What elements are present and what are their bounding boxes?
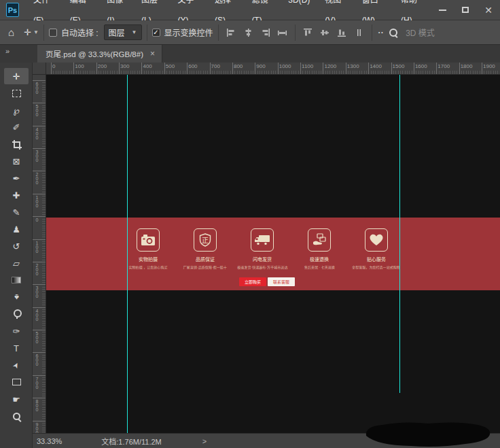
- 3d-mode-label[interactable]: 3D 模式: [406, 27, 435, 38]
- h-ruler-label: 300: [119, 63, 129, 69]
- rectangle-tool[interactable]: [4, 374, 29, 390]
- maximize-icon[interactable]: [454, 0, 477, 20]
- v-ruler-label: 100: [35, 239, 39, 253]
- h-ruler-label: 800: [232, 63, 243, 69]
- align-left-icon[interactable]: [226, 28, 236, 37]
- v-ruler-label: 500: [35, 330, 39, 343]
- v-ruler-label: 600: [35, 352, 39, 366]
- vertical-ruler[interactable]: 6005004003002001000100200300400500600700…: [33, 75, 46, 433]
- auto-select-target-dropdown[interactable]: 图层 ▼: [104, 24, 142, 40]
- brush-tool[interactable]: ✎: [4, 204, 29, 220]
- h-ruler-label: 600: [187, 63, 197, 69]
- h-ruler-label: 0: [51, 63, 55, 69]
- close-icon[interactable]: ✕: [477, 0, 500, 20]
- v-ruler-label: 200: [35, 262, 39, 275]
- search-icon[interactable]: [389, 29, 397, 37]
- crop-tool[interactable]: [4, 136, 29, 152]
- type-tool[interactable]: T: [4, 340, 29, 356]
- quick-selection-tool[interactable]: ✐: [4, 119, 29, 135]
- v-ruler-label: 900: [35, 421, 39, 433]
- history-brush-tool[interactable]: ↺: [4, 238, 29, 254]
- align-top-icon[interactable]: [303, 28, 313, 37]
- path-selection-tool[interactable]: ➤: [4, 357, 29, 373]
- clone-stamp-tool[interactable]: ♟: [4, 221, 29, 237]
- eraser-tool[interactable]: ▱: [4, 255, 29, 271]
- align-vertical-group: [303, 28, 364, 37]
- move-tool-icon: ✛: [24, 27, 31, 37]
- hand-tool[interactable]: ☛: [4, 391, 29, 407]
- h-ruler-label: 900: [255, 63, 265, 69]
- spot-healing-icon: ✚: [13, 190, 20, 201]
- align-right-icon[interactable]: [260, 28, 270, 37]
- v-ruler-label: 600: [35, 80, 39, 94]
- align-center-h-icon[interactable]: [243, 28, 253, 37]
- distribute-v-icon[interactable]: [354, 28, 364, 37]
- h-ruler-label: 1600: [414, 63, 427, 69]
- horizontal-ruler[interactable]: 0100200300400500600700800900100011001200…: [46, 63, 500, 75]
- h-ruler-label: 1700: [436, 63, 450, 69]
- eyedropper-tool[interactable]: ✒: [4, 170, 29, 186]
- banner-button-1[interactable]: 立即购买: [239, 277, 266, 286]
- banner-feature-title: 极速退换: [310, 256, 329, 262]
- v-ruler-label: 700: [35, 375, 39, 389]
- auto-select-target-value: 图层: [109, 27, 125, 38]
- zoom-tool[interactable]: [4, 408, 29, 424]
- eraser-icon: ▱: [13, 258, 20, 269]
- rectangular-marquee-tool[interactable]: [4, 85, 29, 101]
- dodge-tool[interactable]: [4, 306, 29, 322]
- menu-bar: Ps 文件(F)编辑(E)图像(I)图层(L)文字(Y)选择(S)滤镜(T)3D…: [0, 0, 500, 20]
- banner-feature-subtitle: 全程客服，为您打造一站式购物: [353, 264, 401, 269]
- move-tool[interactable]: ✛: [4, 68, 29, 84]
- pen-icon: ✑: [13, 326, 20, 337]
- path-selection-icon: ➤: [11, 360, 22, 370]
- distribute-h-icon[interactable]: [277, 28, 287, 37]
- h-ruler-label: 1500: [391, 63, 405, 69]
- h-ruler-label: 1800: [459, 63, 473, 69]
- banner-feature-2: 正 品质保证厂家直销·品质保障·假一赔十: [177, 228, 234, 270]
- banner-feature-3: 闪电发货极速发货·快递遍布·万千城市送达: [234, 228, 291, 270]
- auto-select-checkbox[interactable]: [49, 29, 57, 37]
- lasso-icon: ℘: [13, 105, 19, 116]
- home-icon[interactable]: ⌂: [8, 27, 14, 38]
- zoom-level-field[interactable]: 33.33%: [37, 437, 62, 445]
- rectangle-icon: [12, 379, 21, 385]
- document-tab[interactable]: 页尾.psd @ 33.3%(RGB/8#) ×: [37, 45, 162, 63]
- minimize-icon[interactable]: [431, 0, 454, 20]
- align-center-v-icon[interactable]: [320, 28, 330, 37]
- banner-feature-5: 贴心服务全程客服，为您打造一站式购物: [348, 228, 405, 270]
- blur-tool[interactable]: ♠: [4, 289, 29, 305]
- lasso-tool[interactable]: ℘: [4, 102, 29, 118]
- brush-icon: ✎: [13, 207, 20, 218]
- frame-tool[interactable]: ⊠: [4, 153, 29, 169]
- v-ruler-label: 500: [35, 103, 39, 116]
- show-transform-checkbox[interactable]: ✓: [152, 29, 160, 37]
- document-canvas[interactable]: 实物拍摄实物拍摄 ，让您放心购买 正 品质保证厂家直销·品质保障·假一赔十 闪电…: [46, 75, 500, 433]
- banner-feature-subtitle: 极速发货·快递遍布·万千城市送达: [237, 264, 287, 269]
- gradient-tool[interactable]: [4, 272, 29, 288]
- align-horizontal-group: [226, 28, 287, 37]
- h-ruler-label: 1200: [323, 63, 336, 69]
- banner-feature-title: 闪电发货: [253, 256, 272, 262]
- status-chevron-icon[interactable]: >: [202, 437, 207, 445]
- divider: [43, 24, 44, 41]
- pen-tool[interactable]: ✑: [4, 323, 29, 339]
- guide-vertical-2[interactable]: [399, 75, 400, 393]
- collapse-panels-icon[interactable]: »: [5, 47, 9, 55]
- dodge-icon: [12, 309, 21, 319]
- move-tool-option[interactable]: ✛ ▼: [24, 27, 39, 37]
- align-bottom-icon[interactable]: [337, 28, 347, 37]
- svg-text:正: 正: [202, 237, 209, 244]
- banner-feature-title: 实物拍摄: [139, 256, 158, 262]
- tab-close-icon[interactable]: ×: [150, 49, 155, 58]
- chevron-down-icon: ▼: [132, 29, 137, 35]
- guide-vertical-1[interactable]: [127, 75, 128, 433]
- move-icon: ✛: [13, 71, 20, 82]
- ink-blob-overlay: [363, 418, 493, 448]
- spot-healing-tool[interactable]: ✚: [4, 187, 29, 203]
- v-ruler-label: 200: [35, 171, 39, 184]
- more-options-icon[interactable]: ..: [378, 26, 385, 35]
- banner-button-2[interactable]: 联系客服: [268, 277, 295, 286]
- banner-feature-title: 品质保证: [196, 256, 215, 262]
- gradient-icon: [12, 277, 21, 283]
- v-ruler-label: 400: [35, 126, 39, 139]
